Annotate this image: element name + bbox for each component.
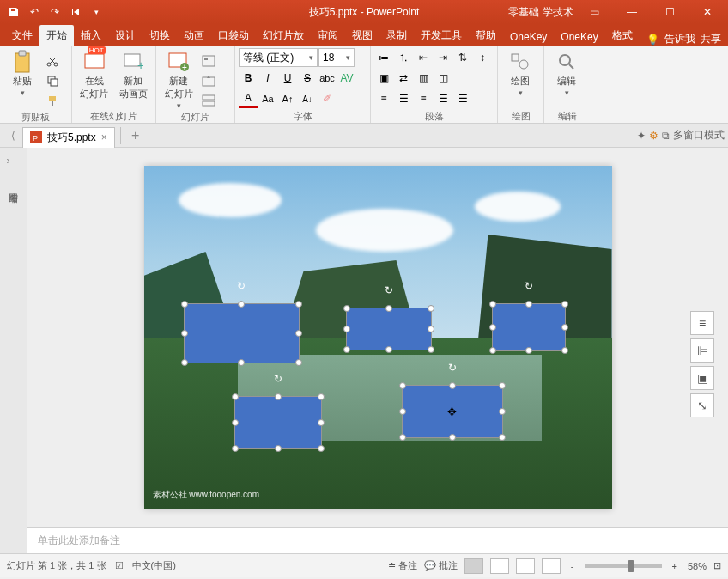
- save-qat-button[interactable]: [5, 3, 22, 21]
- reset-button[interactable]: [199, 71, 218, 90]
- section-button[interactable]: [199, 91, 218, 110]
- italic-button[interactable]: I: [258, 69, 277, 88]
- tab-animation[interactable]: 动画: [177, 25, 211, 46]
- format-painter-button[interactable]: [43, 91, 62, 110]
- change-case-button[interactable]: Aa: [258, 89, 277, 108]
- tab-view[interactable]: 视图: [345, 25, 379, 46]
- share-button[interactable]: 共享: [701, 32, 721, 46]
- direction-button[interactable]: ⇄: [394, 69, 413, 88]
- tab-record[interactable]: 录制: [379, 25, 414, 46]
- close-window-button[interactable]: ✕: [690, 0, 725, 24]
- strikethrough-button[interactable]: S: [298, 69, 317, 88]
- align-center-button[interactable]: ☰: [394, 89, 413, 108]
- close-tab-button[interactable]: ×: [101, 131, 107, 143]
- align-left-button[interactable]: ≡: [374, 89, 393, 108]
- spellcheck-icon[interactable]: ☑: [115, 560, 124, 571]
- font-size-combo[interactable]: 18▾: [318, 48, 355, 67]
- paste-button[interactable]: 粘贴▾: [3, 48, 41, 97]
- bullets-button[interactable]: ≔: [374, 48, 393, 67]
- tab-slideshow[interactable]: 幻灯片放: [256, 25, 311, 46]
- tab-file[interactable]: 文件: [5, 25, 39, 46]
- rectangle-shape-1[interactable]: [184, 303, 300, 363]
- decrease-indent-button[interactable]: ⇤: [414, 48, 433, 67]
- align-text-button[interactable]: ▣: [374, 69, 393, 88]
- new-tab-button[interactable]: +: [126, 126, 145, 145]
- line-spacing-button[interactable]: ⇅: [453, 48, 472, 67]
- undo-qat-button[interactable]: ↶: [26, 3, 43, 21]
- drawing-button[interactable]: 绘图▾: [501, 48, 539, 97]
- zoom-out-button[interactable]: -: [567, 561, 578, 571]
- char-spacing-button[interactable]: AV: [337, 69, 356, 88]
- zoom-slider[interactable]: [585, 564, 662, 568]
- float-align-button[interactable]: ⊫: [690, 338, 714, 363]
- magic-icon[interactable]: ✦: [637, 130, 646, 142]
- justify-button[interactable]: ☰: [434, 89, 452, 108]
- float-resize-button[interactable]: ⤡: [690, 393, 714, 417]
- multiwindow-icon[interactable]: ⧉: [662, 130, 670, 142]
- sorter-view-button[interactable]: [490, 558, 509, 574]
- tab-design[interactable]: 设计: [108, 25, 143, 46]
- shadow-button[interactable]: abc: [318, 69, 337, 88]
- tellme-icon[interactable]: 💡: [646, 34, 659, 46]
- cut-button[interactable]: [43, 52, 62, 70]
- start-from-beginning-qat[interactable]: [67, 3, 84, 21]
- font-name-combo[interactable]: 等线 (正文)▾: [239, 48, 318, 67]
- editing-button[interactable]: 编辑▾: [548, 48, 585, 97]
- tab-home[interactable]: 开始: [39, 25, 74, 46]
- zoom-thumb[interactable]: [628, 560, 634, 572]
- rectangle-shape-4[interactable]: [234, 396, 322, 449]
- distribute-button[interactable]: ☰: [453, 89, 472, 108]
- rectangle-shape-3[interactable]: [492, 303, 566, 351]
- align-right-button[interactable]: ≡: [414, 89, 433, 108]
- expand-thumbnails-button[interactable]: ›: [7, 155, 21, 168]
- float-merge-button[interactable]: ▣: [690, 366, 714, 390]
- tab-onekey2[interactable]: OneKey: [554, 27, 604, 46]
- clear-format-button[interactable]: ✐: [318, 89, 337, 108]
- fit-to-window-button[interactable]: ⊡: [713, 560, 721, 571]
- tab-transition[interactable]: 切换: [143, 25, 177, 46]
- zoom-percentage[interactable]: 58%: [688, 561, 707, 571]
- copy-button[interactable]: [43, 71, 62, 90]
- tab-help[interactable]: 帮助: [469, 25, 503, 46]
- notes-toggle-button[interactable]: ≐ 备注: [388, 559, 417, 572]
- comments-toggle-button[interactable]: 💬 批注: [424, 559, 458, 572]
- new-anim-button[interactable]: + 新加 动画页: [115, 48, 153, 101]
- tab-onekey1[interactable]: OneKey: [503, 27, 554, 46]
- new-slide-button[interactable]: + 新建 幻灯片▾: [160, 48, 197, 110]
- increase-indent-button[interactable]: ⇥: [434, 48, 452, 67]
- maximize-button[interactable]: ☐: [652, 0, 687, 24]
- font-color-button[interactable]: A: [239, 89, 258, 108]
- document-tab[interactable]: P 技巧5.pptx ×: [22, 127, 115, 148]
- tellme-button[interactable]: 告诉我: [664, 32, 695, 46]
- slideshow-view-button[interactable]: [542, 558, 561, 574]
- convert-smartart-button[interactable]: ◫: [434, 69, 452, 88]
- zoom-in-button[interactable]: +: [669, 561, 681, 571]
- rectangle-shape-5[interactable]: [402, 385, 503, 438]
- text-direction-button[interactable]: ↕: [473, 48, 492, 67]
- nav-back-button[interactable]: ⟨: [3, 126, 22, 145]
- layout-button[interactable]: [199, 52, 218, 70]
- columns-button[interactable]: ▥: [414, 69, 433, 88]
- bold-button[interactable]: B: [239, 69, 258, 88]
- tab-insert[interactable]: 插入: [74, 25, 108, 46]
- language-indicator[interactable]: 中文(中国): [132, 559, 176, 572]
- tab-review[interactable]: 审阅: [311, 25, 345, 46]
- normal-view-button[interactable]: [464, 558, 483, 574]
- online-slides-button[interactable]: HOT 在线 幻灯片: [76, 48, 113, 101]
- increase-font-button[interactable]: A↑: [278, 89, 297, 108]
- qat-more-button[interactable]: ▾: [88, 3, 105, 21]
- tab-format[interactable]: 格式: [605, 25, 640, 46]
- redo-qat-button[interactable]: ↷: [46, 3, 64, 21]
- underline-button[interactable]: U: [278, 69, 297, 88]
- reading-view-button[interactable]: [516, 558, 535, 574]
- decrease-font-button[interactable]: A↓: [298, 89, 317, 108]
- float-layout-button[interactable]: ≡: [690, 311, 714, 335]
- numbering-button[interactable]: ⒈: [394, 48, 413, 67]
- notes-pane[interactable]: 单击此处添加备注: [27, 527, 728, 553]
- rectangle-shape-2[interactable]: [346, 308, 432, 350]
- slide-canvas[interactable]: 素材公社 www.tooopen.com ↻ ↻: [144, 166, 612, 509]
- ribbon-display-options[interactable]: ▭: [577, 0, 611, 24]
- tab-developer[interactable]: 开发工具: [414, 25, 469, 46]
- multiwindow-label[interactable]: 多窗口模式: [673, 128, 725, 143]
- minimize-button[interactable]: —: [615, 0, 649, 24]
